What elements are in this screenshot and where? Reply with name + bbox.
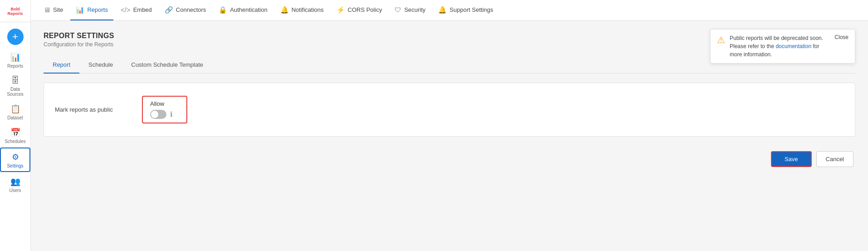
sidebar-label-dataset: Dataset [7,115,23,120]
sidebar-item-schedules[interactable]: 📅 Schedules [0,124,30,147]
toggle-slider [150,110,166,119]
support-icon: 🔔 [438,6,447,14]
main-content: 🖥 Site 📊 Reports </> Embed 🔗 Connectors … [31,0,868,251]
cors-icon: ⚡ [336,6,345,14]
sidebar-item-users[interactable]: 👥 Users [0,173,30,196]
connectors-icon: 🔗 [165,6,173,14]
mark-public-label: Mark reports as public [55,106,127,113]
tab-schedule[interactable]: Schedule [79,57,122,74]
topnav-support-settings[interactable]: 🔔 Support Settings [433,0,498,20]
sidebar-label-reports: Reports [7,64,23,69]
sidebar-item-settings[interactable]: ⚙ Settings [0,148,30,172]
site-icon: 🖥 [44,6,50,14]
topnav-security-label: Security [404,6,425,13]
topnav-notifications-label: Notifications [292,6,324,13]
tab-custom-schedule-template[interactable]: Custom Schedule Template [122,57,212,74]
security-icon: 🛡 [395,6,401,14]
sidebar-nav: 📊 Reports 🗄 Data Sources 📋 Dataset 📅 Sch… [0,49,30,251]
reports-nav-icon: 📊 [76,6,84,14]
save-button[interactable]: Save [771,151,812,167]
topnav-authentication-label: Authentication [230,6,267,13]
toast-message: Public reports will be deprecated soon. … [730,34,826,59]
warning-icon: ⚠ [717,34,725,45]
allow-box: Allow ℹ [142,96,187,123]
topnav-authentication[interactable]: 🔒 Authentication [213,0,273,20]
tab-report[interactable]: Report [44,57,79,74]
sidebar-item-data-sources[interactable]: 🗄 Data Sources [0,72,30,99]
sidebar-label-schedules: Schedules [5,139,26,144]
info-icon[interactable]: ℹ [170,110,173,118]
top-navigation: 🖥 Site 📊 Reports </> Embed 🔗 Connectors … [31,0,868,21]
topnav-cors-policy[interactable]: ⚡ CORS Policy [331,0,388,20]
sidebar: Bold Reports + 📊 Reports 🗄 Data Sources … [0,0,31,251]
toggle-row: ℹ [150,110,179,119]
notifications-icon: 🔔 [280,6,289,14]
mark-public-row: Mark reports as public Allow ℹ [55,92,844,127]
allow-toggle[interactable] [150,110,166,119]
toast-link[interactable]: documentation [775,43,811,49]
topnav-embed-label: Embed [133,6,152,13]
logo-text: Bold Reports [5,7,26,16]
cancel-button[interactable]: Cancel [816,151,853,167]
topnav-embed[interactable]: </> Embed [115,0,157,20]
toast-close-button[interactable]: Close [834,34,848,40]
topnav-cors-label: CORS Policy [348,6,382,13]
topnav-notifications[interactable]: 🔔 Notifications [275,0,329,20]
page-content: REPORT SETTINGS Configuration for the Re… [31,21,868,251]
data-sources-icon: 🗄 [11,76,20,85]
topnav-reports[interactable]: 📊 Reports [70,0,113,20]
sidebar-logo: Bold Reports [0,4,30,22]
sidebar-item-dataset[interactable]: 📋 Dataset [0,100,30,123]
topnav-support-label: Support Settings [449,6,493,13]
reports-icon: 📊 [10,52,20,62]
topnav-connectors-label: Connectors [176,6,206,13]
topnav-connectors[interactable]: 🔗 Connectors [159,0,211,20]
schedules-icon: 📅 [10,128,20,138]
sidebar-label-data-sources: Data Sources [2,87,29,97]
topnav-site-label: Site [53,6,63,13]
allow-label: Allow [150,100,179,107]
toast-notification: ⚠ Public reports will be deprecated soon… [710,29,855,64]
topnav-reports-label: Reports [87,6,108,13]
users-icon: 👥 [10,177,20,187]
topnav-security[interactable]: 🛡 Security [389,0,431,20]
topnav-site[interactable]: 🖥 Site [38,0,68,20]
add-button[interactable]: + [7,29,24,45]
settings-section: Mark reports as public Allow ℹ [44,83,855,137]
footer-buttons: Save Cancel [44,151,855,167]
authentication-icon: 🔒 [219,6,227,14]
sidebar-item-reports[interactable]: 📊 Reports [0,49,30,71]
sidebar-label-settings: Settings [7,163,23,168]
embed-icon: </> [121,6,131,14]
sidebar-label-users: Users [9,188,21,193]
dataset-icon: 📋 [10,104,20,114]
settings-icon: ⚙ [12,152,19,162]
